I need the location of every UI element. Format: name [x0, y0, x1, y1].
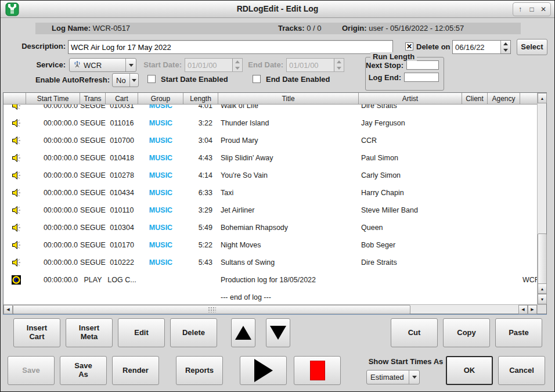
cell-start: 00:00:00.0	[26, 241, 80, 249]
play-button[interactable]	[240, 356, 287, 385]
table-row[interactable]: 00:00:00.0SEGUE010434MUSIC6:33TaxiHarry …	[3, 184, 537, 202]
cell-length: 5:22	[183, 241, 218, 249]
close-icon[interactable]: ✕	[538, 3, 549, 15]
chevron-down-icon[interactable]	[129, 74, 138, 87]
move-up-button[interactable]	[231, 318, 255, 347]
cell-title: Slip Slidin' Away	[218, 154, 359, 162]
select-date-button[interactable]: Select	[517, 39, 547, 55]
column-header-la[interactable]: La	[520, 93, 537, 105]
table-row[interactable]: 00:00:00.0SEGUE010031MUSIC4:01Walk of Li…	[3, 105, 537, 114]
copy-button[interactable]: Copy	[443, 318, 490, 347]
save-button[interactable]: Save	[8, 356, 55, 385]
table-row[interactable]: 00:00:00.0SEGUE011016MUSIC3:22Thunder Is…	[3, 114, 537, 132]
delete-date-value[interactable]: 06/16/22	[453, 41, 500, 53]
insert-meta-button[interactable]: Insert Meta	[66, 318, 113, 347]
scroll-right-icon[interactable]: ▶	[528, 305, 537, 314]
table-row[interactable]: 00:00:00.0SEGUE010170MUSIC5:22Night Move…	[3, 236, 537, 254]
cell-length: 4:14	[183, 171, 218, 179]
cell-trans: SEGUE	[80, 258, 106, 267]
chevron-down-icon[interactable]	[125, 59, 136, 71]
description-input[interactable]	[68, 40, 393, 54]
cell-artist: Dire Straits	[359, 105, 462, 110]
cell-cart: 010031	[106, 105, 138, 110]
end-date-enabled-checkbox[interactable]	[253, 75, 261, 83]
shade-icon[interactable]: ↑	[515, 3, 525, 15]
delete-on-checkbox[interactable]: ✕	[405, 42, 413, 51]
start-date-enabled-checkbox[interactable]	[147, 75, 156, 83]
save-as-button[interactable]: Save As	[60, 356, 107, 385]
column-header-artist[interactable]: Artist	[359, 93, 462, 105]
column-header-client[interactable]: Client	[462, 93, 488, 105]
cell-title: Proud Mary	[218, 136, 359, 145]
stop-button[interactable]	[294, 356, 341, 385]
start-date-spinner	[232, 59, 242, 71]
service-value: WCR	[84, 61, 102, 70]
autorefresh-combobox[interactable]: No	[112, 73, 139, 87]
cell-group: MUSIC	[138, 224, 183, 232]
insert-cart-button[interactable]: Insert Cart	[13, 318, 60, 347]
cell-length: 5:43	[183, 258, 218, 267]
cell-artist: Carly Simon	[359, 171, 462, 179]
end-of-log-row[interactable]: --- end of log ---	[3, 289, 537, 304]
column-header-group[interactable]: Group	[138, 93, 183, 105]
table-row[interactable]: 00:00:00.0SEGUE010418MUSIC4:43Slip Slidi…	[3, 149, 537, 167]
cell-group: MUSIC	[138, 171, 183, 179]
paste-button[interactable]: Paste	[495, 318, 542, 347]
cell-start: 00:00:00.0	[26, 119, 80, 127]
column-header-length[interactable]: Length	[183, 93, 218, 105]
table-row[interactable]: 00:00:00.0SEGUE010222MUSIC5:43Sultans of…	[3, 254, 537, 271]
column-header-cart[interactable]: Cart	[106, 93, 138, 105]
vertical-scrollbar-thumb[interactable]	[538, 233, 547, 285]
chevron-down-icon[interactable]	[409, 371, 419, 384]
column-header-agency[interactable]: Agency	[488, 93, 520, 105]
cell-artist: Steve Miller Band	[359, 206, 462, 214]
delete-button[interactable]: Delete	[170, 318, 217, 347]
service-combobox[interactable]: WCR	[69, 58, 136, 72]
horizontal-scrollbar-thumb[interactable]	[13, 305, 410, 314]
title-bar[interactable]: RDLogEdit - Edit Log ↑ □ ✕	[1, 1, 554, 18]
scrollbar-grip	[208, 307, 216, 312]
scroll-left-icon[interactable]: ◀	[3, 305, 13, 314]
vertical-scrollbar[interactable]: ▲ ▲ ▼	[537, 93, 546, 304]
scroll-up-icon[interactable]: ▲	[538, 93, 547, 103]
scroll-left-icon[interactable]: ◀	[518, 305, 528, 314]
table-row[interactable]: 00:00:00.0SEGUE010304MUSIC5:49Bohemian R…	[3, 219, 537, 236]
cancel-button[interactable]: Cancel	[498, 356, 545, 385]
scroll-up-icon[interactable]: ▲	[538, 283, 547, 294]
cell-cart: 010304	[106, 224, 138, 232]
cell-trans: SEGUE	[80, 136, 106, 145]
autorefresh-value: No	[116, 76, 126, 85]
scroll-down-icon[interactable]: ▼	[538, 294, 547, 304]
render-button[interactable]: Render	[112, 356, 159, 385]
start-date-spinbox: 01/01/00	[185, 58, 243, 72]
show-start-times-label: Show Start Times As	[354, 357, 458, 366]
edit-button[interactable]: Edit	[118, 318, 165, 347]
cell-group: MUSIC	[138, 206, 183, 214]
table-row[interactable]: 00:00:00.0SEGUE010700MUSIC3:04Proud Mary…	[3, 132, 537, 149]
cell-start: 00:00:00.0	[26, 276, 80, 284]
cell-title: Production log for 18/05/2022	[218, 276, 359, 284]
show-start-times-combobox[interactable]: Estimated	[366, 370, 420, 384]
cell-cart: 010700	[106, 136, 138, 145]
ok-button[interactable]: OK	[446, 356, 493, 385]
speaker-icon	[3, 206, 26, 215]
horizontal-scrollbar[interactable]: ◀ ◀ ▶	[3, 304, 537, 314]
column-header-icon[interactable]	[3, 93, 26, 105]
delete-date-spinbox[interactable]: 06/16/22	[452, 40, 511, 54]
move-down-button[interactable]	[266, 318, 290, 347]
column-header-trans[interactable]: Trans	[80, 93, 106, 105]
up-arrow-icon	[235, 326, 251, 340]
run-length-title: Run Length	[370, 52, 417, 61]
column-header-title[interactable]: Title	[218, 93, 359, 105]
cell-title: Taxi	[218, 189, 359, 197]
table-row[interactable]: 00:00:00.0SEGUE010278MUSIC4:14You're So …	[3, 167, 537, 184]
maximize-icon[interactable]: □	[527, 3, 537, 15]
cut-button[interactable]: Cut	[391, 318, 438, 347]
window-title: RDLogEdit - Edit Log	[1, 4, 554, 13]
cell-artist: Paul Simon	[359, 154, 462, 162]
column-header-start-time[interactable]: Start Time	[26, 93, 80, 105]
log-chain-row[interactable]: C00:00:00.0PLAYLOG C...Production log fo…	[3, 271, 537, 289]
reports-button[interactable]: Reports	[176, 356, 223, 385]
table-row[interactable]: 00:00:00.0SEGUE010110MUSIC3:29Jet Airlin…	[3, 202, 537, 219]
delete-date-spinner[interactable]	[500, 41, 510, 53]
